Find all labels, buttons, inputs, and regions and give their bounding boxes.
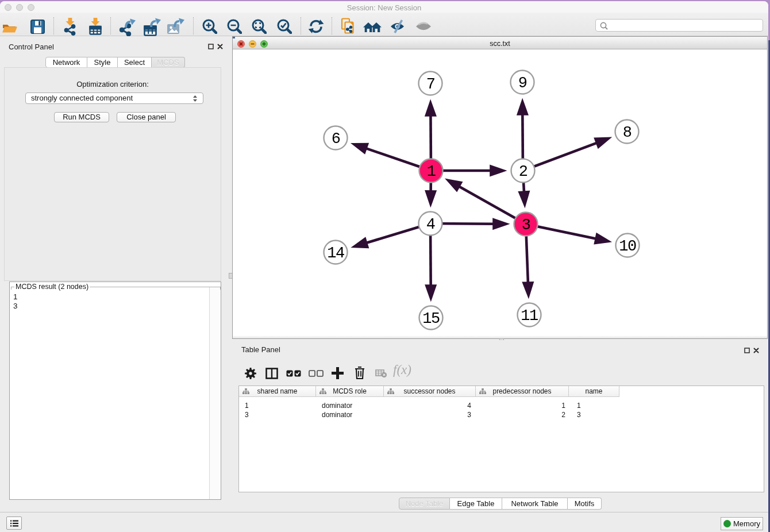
svg-text:1: 1 (427, 163, 436, 180)
svg-text:8: 8 (623, 124, 632, 141)
svg-text:6: 6 (332, 130, 340, 148)
svg-text:f(x): f(x) (393, 364, 411, 377)
svg-text:14: 14 (327, 245, 344, 262)
svg-text:4: 4 (426, 216, 435, 233)
svg-text:3: 3 (522, 217, 530, 234)
svg-text:11: 11 (521, 307, 538, 325)
svg-text:9: 9 (518, 75, 527, 92)
svg-text:2: 2 (519, 163, 528, 180)
svg-text:10: 10 (619, 238, 636, 255)
svg-text:7: 7 (426, 76, 435, 93)
svg-text:15: 15 (422, 310, 440, 327)
